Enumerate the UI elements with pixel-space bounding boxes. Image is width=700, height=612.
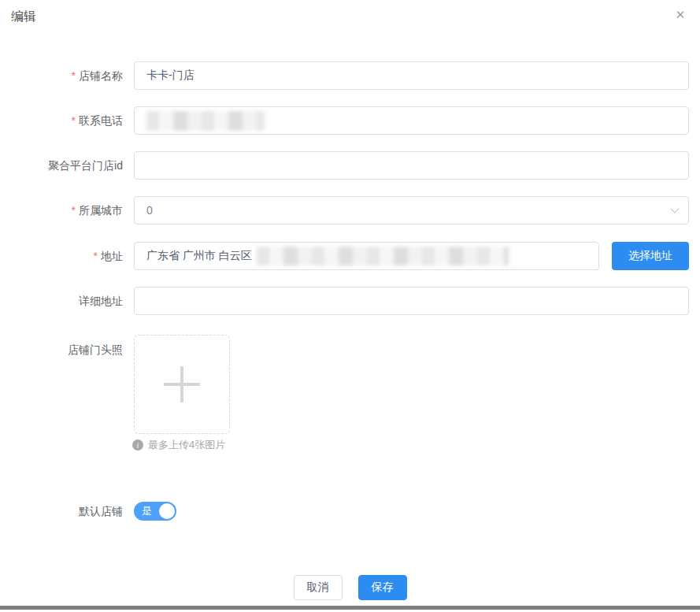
platform-store-id-label: 聚合平台门店id bbox=[0, 151, 123, 180]
phone-redacted-value bbox=[146, 111, 265, 131]
detail-address-input-field[interactable] bbox=[146, 295, 676, 307]
city-select-value: 0 bbox=[146, 204, 153, 217]
storefront-photo-row: 店铺门头照 bbox=[0, 335, 700, 434]
city-row: *所属城市 0 bbox=[0, 196, 700, 224]
info-icon: i bbox=[132, 440, 143, 451]
detail-address-input[interactable] bbox=[134, 287, 689, 315]
photo-upload-box[interactable] bbox=[134, 335, 230, 434]
chevron-down-icon bbox=[670, 204, 679, 213]
address-label: *地址 bbox=[0, 242, 123, 270]
cancel-button[interactable]: 取消 bbox=[294, 575, 343, 600]
city-label: *所属城市 bbox=[0, 196, 123, 224]
store-name-input[interactable] bbox=[134, 61, 689, 90]
dialog-title: 编辑 bbox=[11, 9, 36, 24]
address-value-prefix: 广东省 广州市 白云区 bbox=[146, 249, 252, 263]
address-redacted-value bbox=[257, 247, 509, 265]
address-row: *地址 广东省 广州市 白云区 选择地址 bbox=[0, 242, 700, 270]
platform-store-id-input-field[interactable] bbox=[146, 159, 676, 172]
address-input[interactable]: 广东省 广州市 白云区 bbox=[134, 242, 599, 270]
window-bottom-edge bbox=[0, 606, 700, 610]
choose-address-button[interactable]: 选择地址 bbox=[612, 242, 689, 270]
required-asterisk: * bbox=[94, 250, 98, 262]
upload-hint: i 最多上传4张图片 bbox=[132, 438, 225, 452]
store-name-row: *店铺名称 bbox=[0, 61, 700, 90]
phone-input[interactable] bbox=[134, 106, 689, 135]
required-asterisk: * bbox=[72, 114, 76, 127]
toggle-knob bbox=[159, 503, 175, 519]
detail-address-row: 详细地址 bbox=[0, 287, 700, 315]
toggle-on-text: 是 bbox=[142, 502, 152, 521]
platform-store-id-input[interactable] bbox=[134, 151, 689, 180]
phone-row: *联系电话 bbox=[0, 106, 700, 135]
detail-address-label: 详细地址 bbox=[0, 287, 123, 315]
required-asterisk: * bbox=[72, 204, 76, 217]
upload-hint-text: 最多上传4张图片 bbox=[148, 438, 225, 452]
close-icon[interactable]: ✕ bbox=[672, 6, 689, 24]
required-asterisk: * bbox=[72, 69, 76, 82]
store-name-label: *店铺名称 bbox=[0, 61, 123, 90]
save-button[interactable]: 保存 bbox=[358, 575, 407, 600]
plus-icon bbox=[164, 366, 200, 402]
store-name-input-field[interactable] bbox=[146, 69, 676, 82]
default-store-label: 默认店铺 bbox=[0, 497, 123, 525]
dialog-footer: 取消 保存 bbox=[0, 575, 700, 600]
default-store-toggle[interactable]: 是 bbox=[134, 502, 176, 521]
platform-store-id-row: 聚合平台门店id bbox=[0, 151, 700, 180]
default-store-row: 默认店铺 是 bbox=[0, 497, 700, 525]
city-select[interactable]: 0 bbox=[134, 196, 689, 224]
storefront-photo-label: 店铺门头照 bbox=[0, 335, 123, 358]
phone-label: *联系电话 bbox=[0, 106, 123, 135]
